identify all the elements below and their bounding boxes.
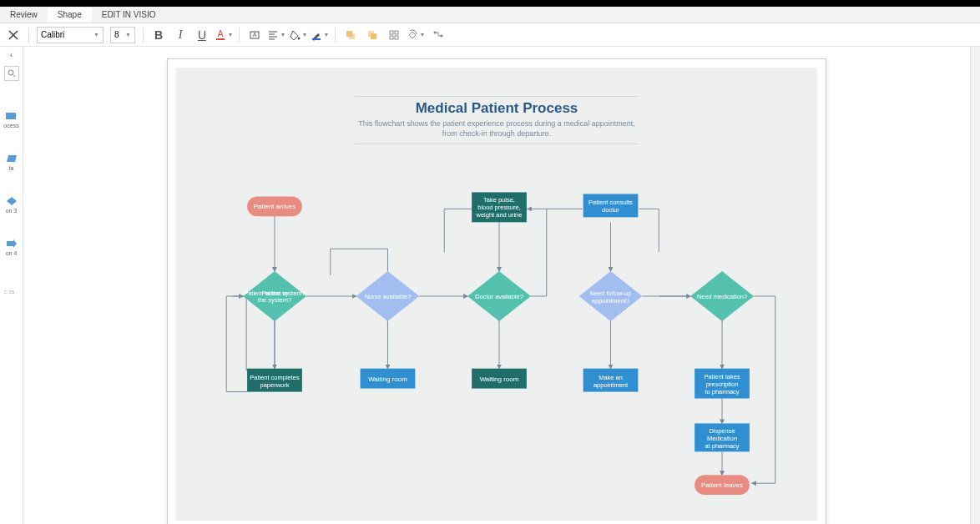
chevron-down-icon: ▼ [93,32,99,38]
chevron-down-icon: ▼ [302,32,308,38]
tab-shape[interactable]: Shape [48,8,92,22]
svg-text:Patient completes: Patient completes [250,374,300,381]
underline-button[interactable]: U [192,26,212,44]
svg-point-14 [434,31,437,33]
svg-text:Patient leaves: Patient leaves [701,481,743,489]
svg-text:the system?: the system? [258,296,291,304]
svg-rect-12 [390,36,393,39]
svg-rect-1 [216,38,225,40]
canvas[interactable]: Medical Patient Process This flowchart s… [23,47,970,524]
node-prescription[interactable]: Patient takes prescription to pharmacy [695,369,750,399]
svg-rect-10 [390,31,393,34]
svg-text:blood pressure,: blood pressure, [477,204,520,211]
node-waiting-room-1[interactable]: Waiting room [361,369,416,389]
svg-text:Patient takes: Patient takes [704,373,740,380]
svg-text:Waiting room: Waiting room [480,375,519,383]
node-patient-in-system[interactable]: Patient in the system? Patient in the sy… [243,271,306,321]
tab-review[interactable]: Review [0,8,48,22]
chevron-down-icon: ▼ [228,32,234,38]
title-bar [0,0,980,7]
vertical-scrollbar[interactable] [970,47,980,524]
separator [239,28,240,43]
svg-text:Medication: Medication [707,435,737,442]
svg-point-4 [297,37,300,39]
svg-text:Dispense: Dispense [709,427,735,435]
node-followup[interactable]: Need follow-up appointment? [579,271,643,321]
bold-button[interactable]: B [149,26,169,44]
tab-edit-in-visio[interactable]: EDIT IN VISIO [92,8,166,22]
svg-text:Doctor available?: Doctor available? [475,293,523,300]
svg-point-16 [8,70,13,75]
svg-text:Need follow-up: Need follow-up [590,290,632,297]
separator [28,28,29,43]
svg-rect-11 [395,31,398,34]
toolbar: Calibri ▼ 8 ▼ B I U A ▼ A ▼ ▼ ▼ [0,23,980,47]
shape-stencil-process[interactable]: ocess [3,111,18,128]
shape-stencil-arrow[interactable]: on 4 [6,239,18,256]
node-consults-doctor[interactable]: Patient consults doctor [583,194,639,217]
group-button[interactable] [384,26,404,44]
flowchart-svg: Patient arrives Patient in the system? P… [176,68,817,521]
page: Medical Patient Process This flowchart s… [167,58,826,524]
svg-text:Take pulse,: Take pulse, [483,196,515,204]
shape-label: on 4 [6,250,18,256]
svg-rect-9 [368,31,374,37]
node-waiting-room-2[interactable]: Waiting room [472,369,527,389]
text-box-button[interactable]: A [245,26,265,44]
bring-forward-button[interactable] [341,26,361,44]
shape-stencil-decision[interactable]: on 3 [6,196,18,214]
separator [143,28,144,43]
shape-label: ta [9,165,14,171]
node-paperwork[interactable]: Patient completes paperwork [247,369,302,392]
shapes-panel: ‹ ocess ta on 3 on 4 [0,47,23,524]
close-button[interactable] [3,26,23,44]
svg-text:Make an: Make an [599,374,623,381]
svg-text:appointment?: appointment? [592,297,629,305]
node-dispense[interactable]: Dispense Medication at pharmacy [695,423,750,451]
svg-text:Patient consults: Patient consults [589,199,633,206]
shape-stencil-more[interactable]: C 05... [4,290,19,295]
ribbon-tabs: Review Shape EDIT IN VISIO [0,7,980,23]
chevron-down-icon: ▼ [280,32,286,38]
italic-button[interactable]: I [170,26,190,44]
rotate-shape-button[interactable]: ▼ [406,26,426,44]
shape-stencil-data[interactable]: ta [6,154,18,171]
fill-button[interactable]: ▼ [288,26,308,44]
send-backward-button[interactable] [362,26,382,44]
shape-label: ocess [3,123,18,128]
font-size: 8 [114,30,119,39]
arrange-button[interactable] [427,26,447,44]
svg-text:Nurse available?: Nurse available? [365,293,412,300]
svg-text:appointment: appointment [594,381,629,389]
node-patient-arrives[interactable]: Patient arrives [247,196,302,216]
svg-rect-13 [395,36,398,39]
font-size-select[interactable]: 8 ▼ [110,27,135,43]
svg-text:paperwork: paperwork [260,381,290,389]
node-need-medication[interactable]: Need medication? [690,271,754,321]
node-make-appointment[interactable]: Make an appointment [583,369,639,392]
chevron-down-icon: ▼ [324,32,330,38]
line-color-button[interactable]: ▼ [310,26,330,44]
svg-text:weight and urine: weight and urine [476,211,523,219]
font-select[interactable]: Calibri ▼ [37,27,104,43]
node-patient-leaves[interactable]: Patient leaves [695,475,750,495]
svg-text:prescription: prescription [706,380,739,388]
svg-text:Waiting room: Waiting room [368,375,407,383]
svg-text:A: A [217,29,223,38]
svg-text:at pharmacy: at pharmacy [705,442,739,450]
separator [335,28,336,43]
shape-label: on 3 [6,208,18,214]
font-color-button[interactable]: A ▼ [214,26,234,44]
node-nurse-available[interactable]: Nurse available? [356,271,420,321]
chevron-down-icon: ▼ [420,32,426,38]
node-take-vitals[interactable]: Take pulse, blood pressure, weight and u… [472,192,527,222]
chevron-down-icon: ▼ [125,32,131,38]
collapse-panel-button[interactable]: ‹ [10,50,13,59]
svg-point-15 [441,34,443,37]
svg-rect-7 [349,33,355,39]
node-doctor-available[interactable]: Doctor available? [467,271,531,321]
shape-label: C 05... [4,290,19,295]
align-button[interactable]: ▼ [266,26,286,44]
svg-text:Patient arrives: Patient arrives [254,203,296,210]
search-shapes-button[interactable] [4,66,19,81]
